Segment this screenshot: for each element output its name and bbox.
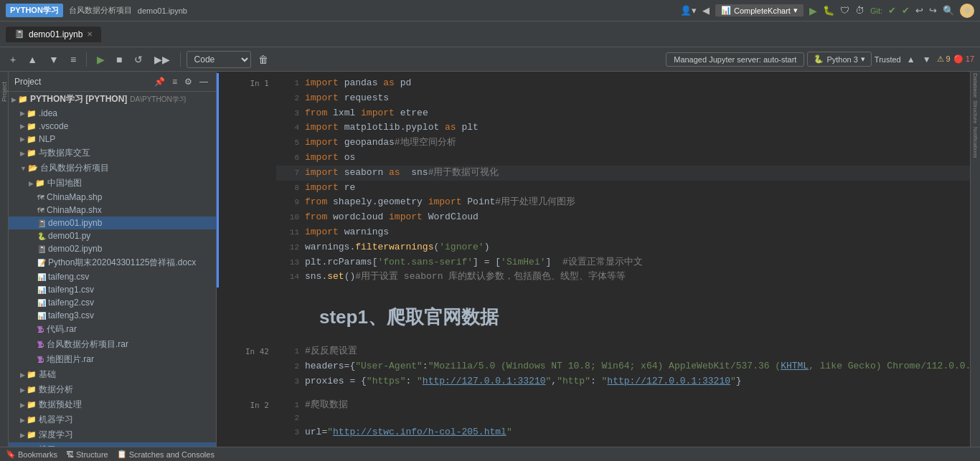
ft-item-taifeng-csv[interactable]: 📊 taifeng.csv bbox=[9, 270, 216, 283]
cell2-line1: 1 #反反爬设置 bbox=[276, 344, 970, 359]
cell3-line3: 3 url="http://stwc.info/h-col-205.html" bbox=[276, 425, 970, 440]
settings-btn[interactable]: ⚙ bbox=[960, 4, 974, 18]
delete-cell-btn[interactable]: 🗑 bbox=[254, 52, 273, 67]
right-sidebar-tab-db[interactable]: Database bbox=[971, 72, 980, 99]
cell1-line4: 4 import matplotlib.pyplot as plt bbox=[276, 120, 970, 136]
ft-item-typhoon[interactable]: ▼ 📂 台风数据分析项目 bbox=[9, 161, 216, 176]
cell3-line2: 2 bbox=[276, 412, 970, 425]
code-cell-2[interactable]: In 42 1 #反反爬设置 2 headers={"User-Agent":"… bbox=[217, 341, 970, 391]
python-kernel-btn[interactable]: 🐍 Python 3 ▾ bbox=[807, 52, 871, 67]
ft-item-taifeng2-csv[interactable]: 📊 taifeng2.csv bbox=[9, 296, 216, 309]
tab-demo01-ipynb[interactable]: 📓 demo01.ipynb ✕ bbox=[6, 27, 101, 42]
ft-item-demo01-ipynb[interactable]: 📓 demo01.ipynb bbox=[9, 217, 216, 229]
code-cell-1[interactable]: In 1 1 import pandas as pd 2 import requ… bbox=[217, 73, 970, 287]
cell1-content: 1 import pandas as pd 2 import requests … bbox=[276, 73, 970, 287]
ft-item-chinamap-shp[interactable]: 🗺 ChinaMap.shp bbox=[9, 191, 216, 204]
move-cell-up-btn[interactable]: ▲ bbox=[23, 52, 42, 67]
ft-item-chinamap-shx[interactable]: 🗺 ChinaMap.shx bbox=[9, 204, 216, 217]
user-icon[interactable]: 👤▾ bbox=[680, 5, 697, 16]
stop-btn[interactable]: ■ bbox=[112, 52, 126, 67]
ft-item-chinamap[interactable]: ▶ 📁 中国地图 bbox=[9, 176, 216, 191]
scratches-bottom-icon: 📋 bbox=[117, 450, 127, 459]
ft-icon-settings[interactable]: ⚙ bbox=[182, 75, 194, 88]
brand-python[interactable]: PYTHON学习 bbox=[6, 4, 63, 17]
bookmarks-icon: 🔖 bbox=[6, 450, 16, 459]
markdown-prompt bbox=[219, 290, 276, 338]
run-cell-btn[interactable]: ▶ bbox=[93, 52, 109, 67]
rar2-icon: 🗜 bbox=[37, 341, 44, 348]
right-sidebar-tab-structure[interactable]: Structure bbox=[971, 99, 980, 125]
cell2-line3: 3 proxies = {"https": "http://127.0.0.1:… bbox=[276, 374, 970, 389]
ft-item-taifeng3-csv[interactable]: 📊 taifeng3.csv bbox=[9, 309, 216, 322]
ft-item-demo02-ipynb[interactable]: 📓 demo02.ipynb bbox=[9, 242, 216, 255]
cell1-line14: 14 sns.set()#用于设置 seaborn 库的默认参数，包括颜色、线型… bbox=[276, 270, 970, 285]
file-tree-header: Project 📌 ≡ ⚙ — bbox=[9, 72, 216, 92]
ft-item-docx[interactable]: 📝 Python期末202043301125曾祥福.docx bbox=[9, 255, 216, 270]
ft-item-idea[interactable]: ▶ 📁 .idea bbox=[9, 107, 216, 120]
run-all-btn[interactable]: ▶▶ bbox=[150, 52, 174, 67]
left-side-tabs: Project bbox=[0, 72, 9, 447]
jupyter-server-btn[interactable]: Managed Jupyter server: auto-start bbox=[666, 52, 804, 67]
ft-item-dl[interactable]: ▶ 📁 深度学习 bbox=[9, 427, 216, 442]
ft-icon-pin[interactable]: 📌 bbox=[152, 75, 167, 88]
bottom-scratches[interactable]: 📋 Scratches and Consoles bbox=[117, 450, 215, 459]
ft-item-map-rar[interactable]: 🗜 地图图片.rar bbox=[9, 352, 216, 367]
git-undo-icon[interactable]: ↩ bbox=[915, 5, 923, 16]
bottom-bookmarks[interactable]: 🔖 Bookmarks bbox=[6, 450, 57, 459]
git-check-icon[interactable]: ✔ bbox=[888, 5, 896, 16]
run-green-btn[interactable]: ▶ bbox=[809, 5, 817, 16]
back-icon[interactable]: ◀ bbox=[702, 5, 710, 16]
ft-item-nlp[interactable]: ▶ 📁 NLP bbox=[9, 133, 216, 146]
code-cell-3[interactable]: In 2 1 #爬取数据 2 3 url="http://stwc.info/h… bbox=[217, 395, 970, 443]
git-redo-icon[interactable]: ↪ bbox=[929, 5, 937, 16]
cell3-lines: 1 #爬取数据 2 3 url="http://stwc.info/h-col-… bbox=[276, 398, 970, 440]
ft-item-code-rar[interactable]: 🗜 代码.rar bbox=[9, 322, 216, 337]
structure-icon: 🏗 bbox=[66, 450, 74, 459]
restart-btn[interactable]: ↺ bbox=[130, 52, 147, 67]
search-btn[interactable]: 🔍 bbox=[943, 5, 954, 16]
complete-kchart-btn[interactable]: 📊 CompleteKchart ▾ bbox=[715, 4, 804, 16]
cell-type-select[interactable]: Code Markdown Raw bbox=[187, 51, 251, 68]
cell1-line13: 13 plt.rcParams['font.sans-serif'] = ['S… bbox=[276, 255, 970, 270]
ft-item-vscode[interactable]: ▶ 📁 .vscode bbox=[9, 120, 216, 133]
ft-item-db[interactable]: ▶ 📁 与数据库交互 bbox=[9, 146, 216, 161]
bottom-status-bar: 🔖 Bookmarks 🏗 Structure 📋 Scratches and … bbox=[0, 447, 980, 461]
shx-icon: 🗺 bbox=[37, 206, 44, 214]
ft-item-data-analysis[interactable]: ▶ 📁 数据分析 bbox=[9, 382, 216, 397]
cell1-line9: 9 from shapely.geometry import Point#用于处… bbox=[276, 195, 970, 210]
ft-item-typhoon-rar[interactable]: 🗜 台风数据分析项目.rar bbox=[9, 337, 216, 352]
rar3-icon: 🗜 bbox=[37, 356, 44, 363]
coverage-btn[interactable]: 🛡 bbox=[840, 5, 849, 16]
cell3-content: 1 #爬取数据 2 3 url="http://stwc.info/h-col-… bbox=[276, 395, 970, 443]
markdown-cell-1[interactable]: step1、爬取官网数据 bbox=[217, 290, 970, 338]
toolbar-sep2 bbox=[180, 52, 181, 67]
ft-item-taifeng1-csv[interactable]: 📊 taifeng1.csv bbox=[9, 283, 216, 296]
right-sidebar-tab-notifications[interactable]: Notifications bbox=[971, 125, 980, 160]
move-cell-down-btn[interactable]: ▼ bbox=[44, 52, 63, 67]
add-cell-btn[interactable]: + bbox=[6, 52, 20, 67]
file-tree-content: ▶ 📁 PYTHON学习 [PYTHON] DA\PYTHON学习 ▶ 📁 .i… bbox=[9, 92, 216, 447]
main-content: Project Project 📌 ≡ ⚙ — ▶ 📁 PYTHON学习 [PY… bbox=[0, 72, 980, 447]
nav-down-btn[interactable]: ▼ bbox=[920, 53, 934, 66]
format-btn[interactable]: ≡ bbox=[66, 52, 80, 67]
warning-badge: ⚠ 9 bbox=[937, 54, 951, 64]
markdown-content: step1、爬取官网数据 bbox=[276, 290, 970, 338]
nav-up-btn[interactable]: ▲ bbox=[904, 53, 918, 66]
trusted-btn[interactable]: Trusted bbox=[875, 55, 901, 64]
ft-item-data-preprocess[interactable]: ▶ 📁 数据预处理 bbox=[9, 397, 216, 412]
cell1-prompt: In 1 bbox=[219, 73, 276, 287]
ft-item-basic[interactable]: ▶ 📁 基础 bbox=[9, 367, 216, 382]
ft-item-ml[interactable]: ▶ 📁 机器学习 bbox=[9, 412, 216, 427]
ft-icon-minimize[interactable]: — bbox=[197, 75, 210, 88]
ft-icon-collapse[interactable]: ≡ bbox=[170, 75, 179, 88]
cell2-lines: 1 #反反爬设置 2 headers={"User-Agent":"Mozill… bbox=[276, 344, 970, 389]
git-check2-icon[interactable]: ✔ bbox=[902, 5, 910, 16]
project-side-tab[interactable]: Project bbox=[0, 77, 9, 106]
ft-item-demo01-py[interactable]: 🐍 demo01.py bbox=[9, 229, 216, 242]
ft-root-item[interactable]: ▶ 📁 PYTHON学习 [PYTHON] DA\PYTHON学习 bbox=[9, 92, 216, 107]
run-debug-btn[interactable]: 🐛 bbox=[823, 5, 834, 16]
tab-close-btn[interactable]: ✕ bbox=[87, 30, 93, 38]
bottom-structure[interactable]: 🏗 Structure bbox=[66, 450, 108, 459]
profiler-btn[interactable]: ⏱ bbox=[855, 5, 864, 16]
docx-icon: 📝 bbox=[37, 259, 46, 267]
